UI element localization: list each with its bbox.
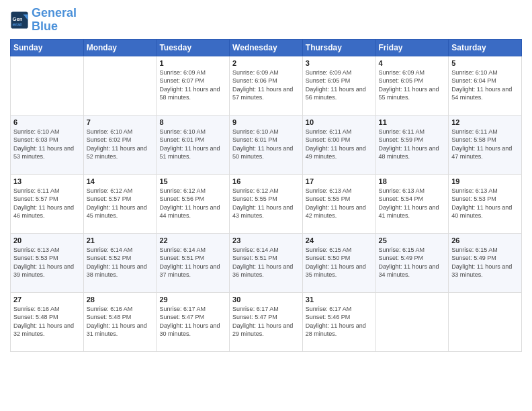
calendar-cell: 14Sunrise: 6:12 AMSunset: 5:57 PMDayligh… (83, 174, 157, 233)
cell-info: Sunrise: 6:16 AMSunset: 5:48 PMDaylight:… (87, 305, 154, 338)
day-number: 25 (379, 236, 446, 244)
calendar-cell: 16Sunrise: 6:12 AMSunset: 5:55 PMDayligh… (230, 174, 303, 233)
calendar-cell: 26Sunrise: 6:15 AMSunset: 5:49 PMDayligh… (449, 233, 522, 292)
cell-info: Sunrise: 6:10 AMSunset: 6:01 PMDaylight:… (232, 128, 300, 161)
day-number: 2 (232, 59, 300, 67)
cell-info: Sunrise: 6:15 AMSunset: 5:50 PMDaylight:… (306, 246, 373, 279)
day-number: 21 (87, 236, 154, 244)
calendar-cell: 2Sunrise: 6:09 AMSunset: 6:06 PMDaylight… (230, 56, 303, 115)
calendar-cell: 30Sunrise: 6:17 AMSunset: 5:47 PMDayligh… (230, 292, 303, 351)
weekday-header-saturday: Saturday (449, 39, 522, 56)
calendar-cell: 22Sunrise: 6:14 AMSunset: 5:51 PMDayligh… (157, 233, 230, 292)
cell-info: Sunrise: 6:14 AMSunset: 5:51 PMDaylight:… (232, 246, 300, 279)
logo-text: GeneralBlue (32, 7, 77, 34)
day-number: 23 (232, 236, 300, 244)
calendar-cell (11, 56, 84, 115)
cell-info: Sunrise: 6:09 AMSunset: 6:07 PMDaylight:… (159, 68, 226, 102)
page-header: Gen eral GeneralBlue (10, 7, 522, 34)
day-number: 4 (379, 59, 446, 67)
cell-info: Sunrise: 6:11 AMSunset: 5:57 PMDaylight:… (13, 187, 81, 220)
calendar-cell: 29Sunrise: 6:17 AMSunset: 5:47 PMDayligh… (157, 292, 230, 351)
calendar-cell: 11Sunrise: 6:11 AMSunset: 5:59 PMDayligh… (375, 115, 449, 174)
day-number: 19 (451, 177, 519, 185)
calendar-cell: 12Sunrise: 6:11 AMSunset: 5:58 PMDayligh… (449, 115, 522, 174)
cell-info: Sunrise: 6:11 AMSunset: 5:58 PMDaylight:… (451, 128, 519, 161)
calendar-cell: 19Sunrise: 6:13 AMSunset: 5:53 PMDayligh… (449, 174, 522, 233)
cell-info: Sunrise: 6:17 AMSunset: 5:47 PMDaylight:… (159, 305, 226, 338)
cell-info: Sunrise: 6:10 AMSunset: 6:01 PMDaylight:… (159, 128, 226, 161)
day-number: 11 (379, 118, 446, 126)
calendar-cell (449, 292, 522, 351)
day-number: 26 (451, 236, 519, 244)
calendar-cell (83, 56, 157, 115)
day-number: 9 (232, 118, 300, 126)
cell-info: Sunrise: 6:16 AMSunset: 5:48 PMDaylight:… (13, 305, 81, 338)
day-number: 7 (87, 118, 154, 126)
day-number: 20 (13, 236, 81, 244)
calendar-cell: 17Sunrise: 6:13 AMSunset: 5:55 PMDayligh… (302, 174, 375, 233)
weekday-header-sunday: Sunday (11, 39, 84, 56)
day-number: 5 (451, 59, 519, 67)
calendar-cell: 1Sunrise: 6:09 AMSunset: 6:07 PMDaylight… (157, 56, 230, 115)
calendar-cell: 4Sunrise: 6:09 AMSunset: 6:05 PMDaylight… (375, 56, 449, 115)
cell-info: Sunrise: 6:09 AMSunset: 6:06 PMDaylight:… (232, 68, 300, 102)
calendar-cell: 3Sunrise: 6:09 AMSunset: 6:05 PMDaylight… (302, 56, 375, 115)
calendar-cell: 5Sunrise: 6:10 AMSunset: 6:04 PMDaylight… (449, 56, 522, 115)
cell-info: Sunrise: 6:13 AMSunset: 5:53 PMDaylight:… (13, 246, 81, 279)
cell-info: Sunrise: 6:11 AMSunset: 5:59 PMDaylight:… (379, 128, 446, 161)
weekday-header-monday: Monday (83, 39, 157, 56)
calendar-cell: 21Sunrise: 6:14 AMSunset: 5:52 PMDayligh… (83, 233, 157, 292)
svg-text:eral: eral (13, 21, 22, 28)
cell-info: Sunrise: 6:11 AMSunset: 6:00 PMDaylight:… (306, 128, 373, 161)
calendar-cell: 24Sunrise: 6:15 AMSunset: 5:50 PMDayligh… (302, 233, 375, 292)
calendar-cell: 9Sunrise: 6:10 AMSunset: 6:01 PMDaylight… (230, 115, 303, 174)
weekday-header-wednesday: Wednesday (230, 39, 303, 56)
logo-icon: Gen eral (10, 11, 29, 30)
calendar-cell: 7Sunrise: 6:10 AMSunset: 6:02 PMDaylight… (83, 115, 157, 174)
day-number: 10 (306, 118, 373, 126)
day-number: 18 (379, 177, 446, 185)
calendar-cell: 18Sunrise: 6:13 AMSunset: 5:54 PMDayligh… (375, 174, 449, 233)
calendar-cell: 13Sunrise: 6:11 AMSunset: 5:57 PMDayligh… (11, 174, 84, 233)
day-number: 15 (159, 177, 226, 185)
cell-info: Sunrise: 6:10 AMSunset: 6:04 PMDaylight:… (451, 68, 519, 102)
calendar-cell: 8Sunrise: 6:10 AMSunset: 6:01 PMDaylight… (157, 115, 230, 174)
day-number: 1 (159, 59, 226, 67)
day-number: 16 (232, 177, 300, 185)
day-number: 27 (13, 295, 81, 304)
day-number: 29 (159, 295, 226, 304)
calendar-cell: 31Sunrise: 6:17 AMSunset: 5:46 PMDayligh… (302, 292, 375, 351)
calendar-cell: 27Sunrise: 6:16 AMSunset: 5:48 PMDayligh… (11, 292, 84, 351)
day-number: 8 (159, 118, 226, 126)
day-number: 31 (306, 295, 373, 304)
calendar-cell: 23Sunrise: 6:14 AMSunset: 5:51 PMDayligh… (230, 233, 303, 292)
day-number: 28 (87, 295, 154, 304)
cell-info: Sunrise: 6:10 AMSunset: 6:03 PMDaylight:… (13, 128, 81, 161)
calendar-header: SundayMondayTuesdayWednesdayThursdayFrid… (11, 39, 522, 56)
cell-info: Sunrise: 6:12 AMSunset: 5:57 PMDaylight:… (87, 187, 154, 220)
calendar-week-1: 1Sunrise: 6:09 AMSunset: 6:07 PMDaylight… (11, 56, 522, 115)
cell-info: Sunrise: 6:09 AMSunset: 6:05 PMDaylight:… (306, 68, 373, 102)
calendar-week-4: 20Sunrise: 6:13 AMSunset: 5:53 PMDayligh… (11, 233, 522, 292)
cell-info: Sunrise: 6:13 AMSunset: 5:55 PMDaylight:… (306, 187, 373, 220)
calendar-cell: 20Sunrise: 6:13 AMSunset: 5:53 PMDayligh… (11, 233, 84, 292)
cell-info: Sunrise: 6:14 AMSunset: 5:52 PMDaylight:… (87, 246, 154, 279)
day-number: 3 (306, 59, 373, 67)
calendar-cell: 6Sunrise: 6:10 AMSunset: 6:03 PMDaylight… (11, 115, 84, 174)
weekday-header-friday: Friday (375, 39, 449, 56)
cell-info: Sunrise: 6:12 AMSunset: 5:56 PMDaylight:… (159, 187, 226, 220)
cell-info: Sunrise: 6:13 AMSunset: 5:54 PMDaylight:… (379, 187, 446, 220)
day-number: 14 (87, 177, 154, 185)
cell-info: Sunrise: 6:12 AMSunset: 5:55 PMDaylight:… (232, 187, 300, 220)
calendar-cell: 10Sunrise: 6:11 AMSunset: 6:00 PMDayligh… (302, 115, 375, 174)
cell-info: Sunrise: 6:13 AMSunset: 5:53 PMDaylight:… (451, 187, 519, 220)
calendar-week-5: 27Sunrise: 6:16 AMSunset: 5:48 PMDayligh… (11, 292, 522, 351)
cell-info: Sunrise: 6:15 AMSunset: 5:49 PMDaylight:… (451, 246, 519, 279)
cell-info: Sunrise: 6:15 AMSunset: 5:49 PMDaylight:… (379, 246, 446, 279)
day-number: 13 (13, 177, 81, 185)
logo: Gen eral GeneralBlue (10, 7, 77, 34)
calendar-body: 1Sunrise: 6:09 AMSunset: 6:07 PMDaylight… (11, 56, 522, 351)
calendar-week-2: 6Sunrise: 6:10 AMSunset: 6:03 PMDaylight… (11, 115, 522, 174)
cell-info: Sunrise: 6:17 AMSunset: 5:46 PMDaylight:… (306, 305, 373, 338)
day-number: 6 (13, 118, 81, 126)
